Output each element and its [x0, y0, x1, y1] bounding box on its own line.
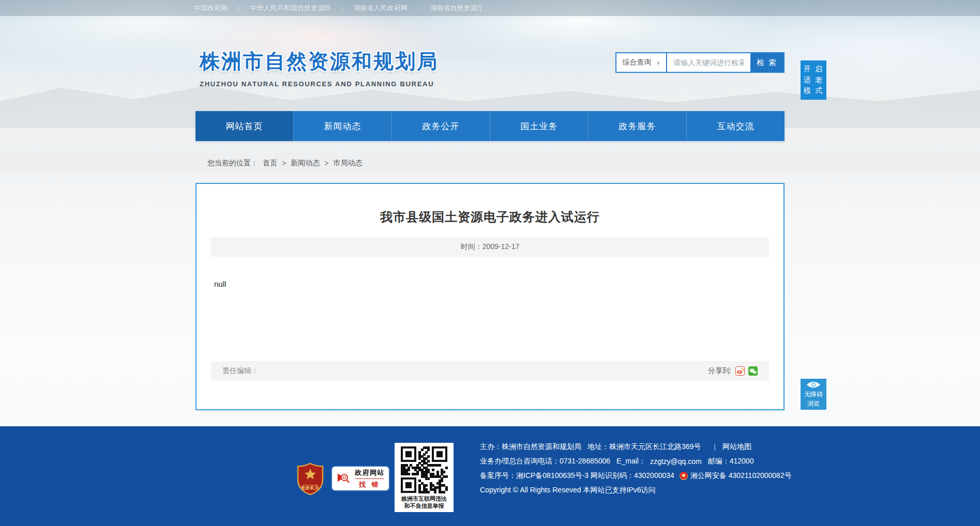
error-report-divider — [355, 478, 384, 479]
footer-copyright: Copyright © All Rights Reseved 本网站已支持IPv… — [480, 486, 655, 495]
error-report-line2: 找 错 — [359, 480, 381, 489]
article-time: 时间：2009-12-17 — [461, 242, 520, 252]
qr-code-pattern — [401, 446, 447, 493]
footer-line-3: 备案序号：湘ICP备08100635号-3 网站识别码：4302000034 湘… — [480, 471, 792, 481]
qr-finder-icon — [401, 446, 416, 462]
breadcrumb-prefix: 您当前的位置： — [207, 159, 258, 168]
qr-finder-icon — [401, 477, 416, 493]
page: 中国政府网 ｜ 中华人民共和国自然资源部 ｜ 湖南省人民政府网 ｜ 湖南省自然资… — [0, 0, 980, 526]
report-qr-block[interactable]: 株洲市互联网违法 和不良信息举报 — [395, 443, 454, 512]
footer-phone: 业务办理总台咨询电话：0731-28685006 — [480, 457, 610, 466]
qr-caption: 株洲市互联网违法 和不良信息举报 — [401, 495, 447, 509]
search-bar: 综合查询 ∨ 检 索 — [615, 52, 785, 73]
footer-separator: ｜ — [711, 442, 718, 452]
top-link-china-gov[interactable]: 中国政府网 — [194, 4, 228, 13]
qr-caption-line2: 和不良信息举报 — [401, 502, 447, 509]
nav-item-gov-info[interactable]: 政务公开 — [391, 111, 490, 141]
top-link-hunan-nr[interactable]: 湖南省自然资源厅 — [430, 4, 484, 13]
share-label: 分享到: — [708, 366, 732, 376]
magnifier-flag-icon — [336, 471, 351, 486]
top-link-hunan-gov[interactable]: 湖南省人民政府网 — [354, 4, 408, 13]
footer-line-1: 主办：株洲市自然资源和规划局 地址：株洲市天元区长江北路369号 ｜ 网站地图 — [480, 442, 792, 452]
accessibility-line: 无障碍 — [804, 390, 823, 399]
top-link-mnr[interactable]: 中华人民共和国自然资源部 — [250, 4, 331, 13]
qr-caption-line1: 株洲市互联网违法 — [401, 495, 447, 502]
sitemap-link[interactable]: 网站地图 — [722, 442, 751, 452]
article-panel: 我市县级国土资源电子政务进入试运行 时间：2009-12-17 null 责任编… — [195, 183, 785, 410]
breadcrumb-home[interactable]: 首页 — [263, 159, 277, 168]
aging-mode-line: 开 启 — [804, 65, 823, 74]
breadcrumb-separator: > — [324, 159, 328, 167]
footer: 党政机关 政府网站 找 错 株洲市互联网违法 和不 — [0, 426, 980, 526]
article-time-bar: 时间：2009-12-17 — [211, 237, 769, 257]
breadcrumb-bureau-news[interactable]: 市局动态 — [333, 159, 362, 168]
footer-icp: 备案序号：湘ICP备08100635号-3 网站识别码：4302000034 — [480, 471, 674, 481]
footer-text-block: 主办：株洲市自然资源和规划局 地址：株洲市天元区长江北路369号 ｜ 网站地图 … — [480, 442, 792, 495]
footer-host: 主办：株洲市自然资源和规划局 — [480, 442, 581, 452]
eye-icon — [806, 381, 821, 389]
badge-label: 党政机关 — [296, 485, 324, 491]
main-nav: 网站首页 新闻动态 政务公开 国土业务 政务服务 互动交流 — [195, 111, 785, 141]
article-footer-bar: 责任编辑： 分享到: — [211, 361, 769, 381]
footer-email-label: E_mail： — [616, 457, 646, 466]
top-link-separator: ｜ — [236, 4, 242, 12]
nav-item-land-business[interactable]: 国土业务 — [490, 111, 588, 141]
aging-mode-line: 适 老 — [804, 75, 823, 85]
footer-zip: 邮编：412000 — [708, 457, 754, 466]
article-body: null — [214, 280, 226, 288]
footer-address: 地址：株洲市天元区长江北路369号 — [587, 442, 701, 452]
aging-mode-line: 模 式 — [804, 86, 823, 96]
footer-line-4: Copyright © All Rights Reseved 本网站已支持IPv… — [480, 486, 792, 495]
site-subtitle: ZHUZHOU NATURAL RESOURCES AND PLANNING B… — [200, 80, 439, 88]
nav-item-home[interactable]: 网站首页 — [195, 111, 293, 141]
nav-item-news[interactable]: 新闻动态 — [293, 111, 391, 141]
chevron-down-icon: ∨ — [656, 60, 660, 66]
website-error-report-button[interactable]: 政府网站 找 错 — [331, 466, 390, 491]
police-badge-icon — [680, 472, 688, 480]
search-input[interactable] — [667, 53, 750, 72]
accessibility-button[interactable]: 无障碍 浏览 — [801, 379, 826, 410]
footer-line-2: 业务办理总台咨询电话：0731-28685006 E_mail： zzgtzy@… — [480, 457, 792, 466]
wechat-share-icon[interactable] — [748, 366, 758, 376]
share-group: 分享到: — [708, 366, 758, 376]
qr-finder-icon — [432, 446, 447, 462]
search-category-dropdown[interactable]: 综合查询 ∨ — [616, 53, 667, 72]
article-title: 我市县级国土资源电子政务进入试运行 — [197, 209, 783, 225]
nav-item-interaction[interactable]: 互动交流 — [686, 111, 785, 141]
breadcrumb-news[interactable]: 新闻动态 — [291, 159, 320, 168]
search-category-label: 综合查询 — [622, 58, 651, 67]
top-link-separator: ｜ — [416, 4, 422, 12]
breadcrumb: 您当前的位置： 首页 > 新闻动态 > 市局动态 — [0, 153, 980, 174]
error-report-line1: 政府网站 — [355, 468, 385, 477]
site-logo[interactable]: 株洲市自然资源和规划局 ZHUZHOU NATURAL RESOURCES AN… — [200, 48, 439, 88]
footer-security-record[interactable]: 湘公网安备 43021102000082号 — [690, 471, 792, 481]
aging-mode-button[interactable]: 开 启 适 老 模 式 — [801, 60, 826, 100]
top-link-bar: 中国政府网 ｜ 中华人民共和国自然资源部 ｜ 湖南省人民政府网 ｜ 湖南省自然资… — [0, 0, 980, 16]
weibo-share-icon[interactable] — [735, 366, 745, 376]
sky-clouds-background — [0, 0, 980, 124]
accessibility-line: 浏览 — [807, 399, 820, 408]
editor-label: 责任编辑： — [222, 366, 259, 376]
breadcrumb-separator: > — [282, 159, 286, 167]
nav-item-gov-service[interactable]: 政务服务 — [588, 111, 686, 141]
site-title: 株洲市自然资源和规划局 — [200, 48, 439, 75]
search-button[interactable]: 检 索 — [750, 53, 783, 72]
top-link-separator: ｜ — [339, 4, 345, 12]
party-government-badge[interactable]: 党政机关 — [296, 462, 324, 496]
error-report-text: 政府网站 找 错 — [355, 468, 385, 489]
footer-email[interactable]: zzgtzy@qq.com — [650, 457, 702, 466]
